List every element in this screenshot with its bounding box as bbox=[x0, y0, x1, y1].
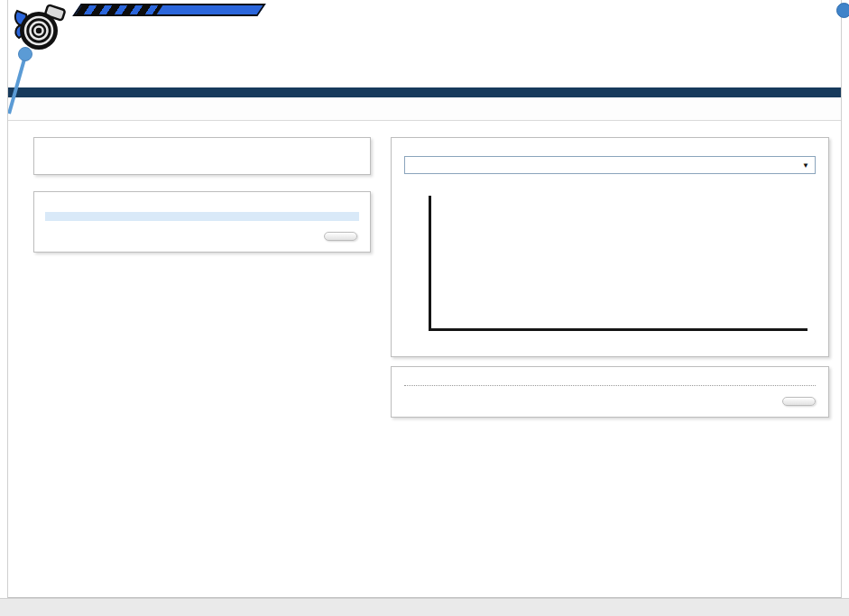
campaign-filter-bar bbox=[45, 212, 359, 221]
app-window: ▼ bbox=[7, 0, 842, 598]
get-started-panel bbox=[33, 137, 371, 175]
help-bubble-icon[interactable] bbox=[836, 3, 849, 18]
stats-period-dropdown[interactable]: ▼ bbox=[404, 156, 816, 174]
see-all-contact-lists-button[interactable] bbox=[782, 397, 816, 406]
logo-bar bbox=[72, 4, 265, 16]
contact-lists-panel bbox=[391, 366, 829, 418]
navy-divider-bar bbox=[8, 87, 841, 97]
latest-stats-panel: ▼ bbox=[391, 137, 829, 357]
main-content: ▼ bbox=[8, 121, 841, 418]
footer-strip bbox=[0, 598, 849, 616]
contact-activity-chart bbox=[404, 196, 816, 331]
turbo-swirl-icon bbox=[12, 4, 69, 54]
header bbox=[8, 0, 841, 60]
logo bbox=[12, 4, 262, 54]
view-all-campaigns-button[interactable] bbox=[324, 232, 357, 241]
campaigns-panel bbox=[33, 191, 371, 253]
recent-activity-bar bbox=[8, 97, 841, 121]
main-tab-bar bbox=[8, 60, 841, 87]
chevron-down-icon: ▼ bbox=[802, 161, 809, 170]
